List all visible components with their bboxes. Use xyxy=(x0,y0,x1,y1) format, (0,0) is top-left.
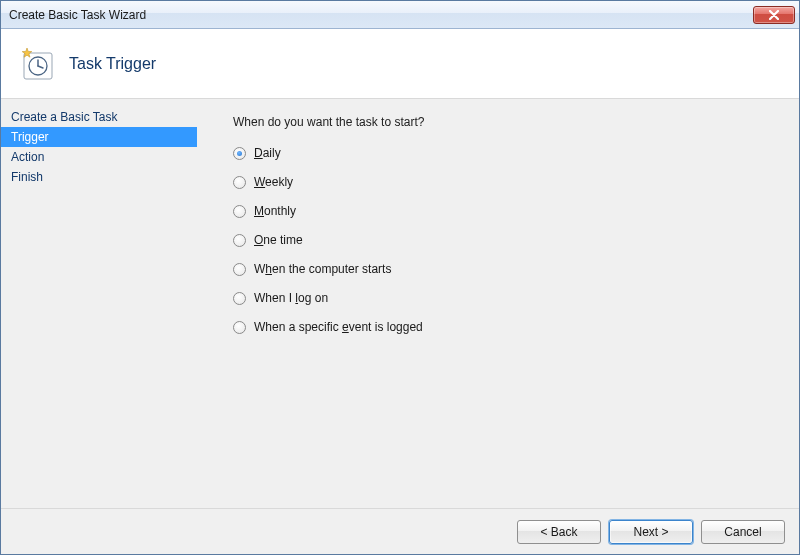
task-clock-icon xyxy=(19,46,55,82)
wizard-window: Create Basic Task Wizard Task Trigger xyxy=(0,0,800,555)
radio-log-on[interactable] xyxy=(233,292,246,305)
next-button[interactable]: Next > xyxy=(609,520,693,544)
window-title: Create Basic Task Wizard xyxy=(9,8,146,22)
back-button[interactable]: < Back xyxy=(517,520,601,544)
radio-monthly-label: Monthly xyxy=(254,204,296,218)
sidebar-item-trigger[interactable]: Trigger xyxy=(1,127,197,147)
option-weekly[interactable]: Weekly xyxy=(233,172,773,192)
sidebar-item-action[interactable]: Action xyxy=(1,147,197,167)
trigger-options-pane: When do you want the task to start? Dail… xyxy=(197,99,799,508)
radio-computer-starts-label: When the computer starts xyxy=(254,262,391,276)
radio-event-logged-label: When a specific event is logged xyxy=(254,320,423,334)
page-title: Task Trigger xyxy=(69,55,156,73)
radio-log-on-label: When I log on xyxy=(254,291,328,305)
option-one-time[interactable]: One time xyxy=(233,230,773,250)
radio-daily[interactable] xyxy=(233,147,246,160)
trigger-prompt: When do you want the task to start? xyxy=(233,115,773,129)
radio-daily-label: Daily xyxy=(254,146,281,160)
radio-one-time[interactable] xyxy=(233,234,246,247)
sidebar-item-create-basic-task[interactable]: Create a Basic Task xyxy=(1,107,197,127)
radio-weekly-label: Weekly xyxy=(254,175,293,189)
option-when-event-logged[interactable]: When a specific event is logged xyxy=(233,317,773,337)
radio-monthly[interactable] xyxy=(233,205,246,218)
step-sidebar: Create a Basic Task Trigger Action Finis… xyxy=(1,99,197,508)
radio-weekly[interactable] xyxy=(233,176,246,189)
option-daily[interactable]: Daily xyxy=(233,143,773,163)
close-button[interactable] xyxy=(753,6,795,24)
option-when-computer-starts[interactable]: When the computer starts xyxy=(233,259,773,279)
cancel-button[interactable]: Cancel xyxy=(701,520,785,544)
titlebar: Create Basic Task Wizard xyxy=(1,1,799,29)
radio-event-logged[interactable] xyxy=(233,321,246,334)
wizard-header: Task Trigger xyxy=(1,29,799,99)
radio-one-time-label: One time xyxy=(254,233,303,247)
wizard-body: Create a Basic Task Trigger Action Finis… xyxy=(1,99,799,508)
wizard-footer: < Back Next > Cancel xyxy=(1,508,799,554)
sidebar-item-finish[interactable]: Finish xyxy=(1,167,197,187)
option-when-log-on[interactable]: When I log on xyxy=(233,288,773,308)
close-icon xyxy=(769,10,779,20)
radio-computer-starts[interactable] xyxy=(233,263,246,276)
option-monthly[interactable]: Monthly xyxy=(233,201,773,221)
